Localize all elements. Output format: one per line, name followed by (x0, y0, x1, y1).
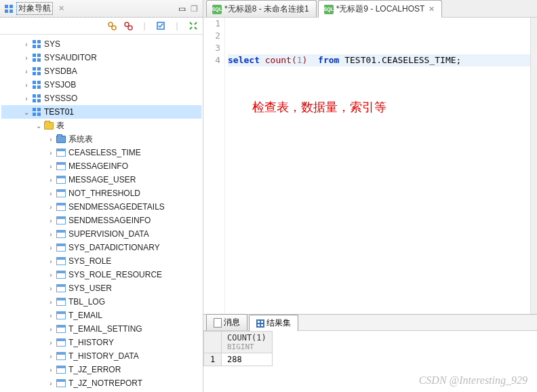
expand-icon[interactable] (188, 20, 199, 31)
svg-point-4 (108, 22, 113, 26)
table-icon (56, 310, 66, 321)
table-icon (56, 256, 66, 267)
table-node[interactable]: ›T_JZ_NOTREPORT (1, 376, 201, 390)
resultset-tab[interactable]: 结果集 (249, 315, 298, 331)
result-tabs: 消息 结果集 (203, 315, 537, 331)
table-node[interactable]: ›SYS_ROLE (1, 254, 201, 268)
chevron-right-icon[interactable]: › (22, 95, 31, 102)
folder-icon (43, 120, 54, 131)
chevron-right-icon[interactable]: › (46, 258, 56, 265)
table-icon (56, 269, 66, 280)
chevron-right-icon[interactable]: › (22, 81, 31, 89)
chevron-right-icon[interactable]: › (22, 41, 31, 48)
chevron-right-icon[interactable]: › (46, 380, 56, 387)
schema-node[interactable]: ›SYSSSO (1, 92, 201, 105)
svg-rect-14 (37, 54, 41, 57)
chevron-right-icon[interactable]: › (46, 163, 56, 170)
minimize-icon[interactable]: ▭ (177, 4, 186, 14)
table-node[interactable]: ›TBL_LOG (1, 295, 201, 309)
code-area[interactable]: select count(1) from TEST01.CEASELESS_TI… (225, 18, 537, 314)
chevron-right-icon[interactable]: › (46, 203, 56, 211)
folder-icon (56, 134, 66, 144)
sql-icon: SQL (212, 5, 222, 14)
edit-icon[interactable] (155, 20, 166, 31)
table-node[interactable]: ›SYS_ROLE_RESOURCE (1, 268, 201, 281)
chevron-down-icon[interactable]: ⌄ (22, 109, 31, 116)
table-icon (56, 283, 66, 294)
schema-node[interactable]: ›SYS (1, 37, 201, 51)
table-node[interactable]: ›T_HISTORY (1, 336, 201, 349)
chevron-right-icon[interactable]: › (46, 353, 56, 360)
chevron-right-icon[interactable]: › (46, 149, 56, 157)
chevron-right-icon[interactable]: › (22, 68, 31, 75)
chevron-right-icon[interactable]: › (46, 136, 56, 143)
table-node[interactable]: ›SYS_DATADICTIONARY (1, 241, 201, 254)
table-node[interactable]: ›CEASELESS_TIME (1, 146, 201, 159)
table-node[interactable]: ›MESSAGE_USER (1, 173, 201, 187)
table-icon (56, 188, 66, 199)
schema-node[interactable]: ›SYSJOB (1, 78, 201, 92)
object-tree[interactable]: ›SYS ›SYSAUDITOR ›SYSDBA ›SYSJOB ›SYSSSO… (0, 35, 203, 392)
svg-rect-3 (9, 9, 13, 13)
tables-group[interactable]: ⌄表 (1, 119, 201, 132)
scrollbar[interactable] (530, 18, 537, 314)
table-node[interactable]: ›SENDMESSAGEDETAILS (1, 200, 201, 214)
table-node[interactable]: ›NOT_THRESHOLD (1, 187, 201, 200)
result-grid[interactable]: COUNT(1)BIGINT 1288 (203, 331, 537, 392)
svg-rect-19 (33, 72, 36, 75)
chevron-right-icon[interactable]: › (46, 339, 56, 347)
svg-rect-29 (33, 108, 36, 111)
svg-rect-13 (33, 54, 36, 57)
close-tab-icon[interactable]: ✕ (58, 4, 64, 13)
chevron-right-icon[interactable]: › (46, 271, 56, 279)
svg-rect-21 (33, 81, 36, 84)
table-node[interactable]: ›T_JZ_ERROR (1, 363, 201, 376)
navigator-toolbar: | | (0, 18, 203, 35)
chevron-right-icon[interactable]: › (46, 244, 56, 252)
link-icon[interactable] (106, 20, 117, 31)
messages-tab[interactable]: 消息 (206, 314, 247, 330)
schema-icon (31, 106, 42, 117)
column-header[interactable]: COUNT(1)BIGINT (222, 332, 273, 353)
chevron-down-icon[interactable]: ⌄ (34, 122, 43, 130)
svg-rect-1 (9, 5, 13, 8)
table-node[interactable]: ›MESSAGEINFO (1, 159, 201, 173)
nav-icon (4, 4, 14, 14)
close-icon[interactable]: ✕ (429, 5, 435, 14)
table-icon (56, 147, 66, 158)
chevron-right-icon[interactable]: › (46, 217, 56, 224)
chevron-right-icon[interactable]: › (46, 366, 56, 374)
schema-icon (31, 66, 42, 77)
table-node[interactable]: ›SUPERVISION_DATA (1, 227, 201, 241)
svg-rect-27 (33, 99, 36, 102)
editor-tab-active[interactable]: SQL*无标题9 - LOCALHOST✕ (318, 0, 443, 18)
svg-rect-24 (37, 85, 41, 89)
schema-node-active[interactable]: ⌄TEST01 (1, 105, 201, 119)
restore-icon[interactable]: ❐ (189, 4, 199, 14)
system-tables-group[interactable]: ›系统表 (1, 132, 201, 146)
chevron-right-icon[interactable]: › (46, 176, 56, 184)
link2-icon[interactable] (123, 20, 134, 31)
chevron-right-icon[interactable]: › (46, 231, 56, 238)
chevron-right-icon[interactable]: › (46, 298, 56, 306)
schema-node[interactable]: ›SYSDBA (1, 64, 201, 78)
editor-tab[interactable]: SQL*无标题8 - 未命名连接1 (206, 0, 317, 17)
table-node[interactable]: ›SYS_USER (1, 281, 201, 295)
table-node[interactable]: ›SENDMESSAGEINFO (1, 214, 201, 227)
table-icon (56, 161, 66, 172)
table-node[interactable]: ›T_EMAIL_SETTING (1, 322, 201, 336)
chevron-right-icon[interactable]: › (46, 326, 56, 333)
table-node[interactable]: ›T_HISTORY_DATA (1, 349, 201, 363)
schema-icon (31, 52, 42, 63)
editor-tabs: SQL*无标题8 - 未命名连接1 SQL*无标题9 - LOCALHOST✕ (203, 0, 537, 18)
sql-editor[interactable]: 1 2 3 4 select count(1) from TEST01.CEAS… (203, 18, 537, 314)
result-row[interactable]: 1288 (204, 353, 273, 366)
table-node[interactable]: ›T_EMAIL (1, 309, 201, 322)
chevron-right-icon[interactable]: › (46, 190, 56, 197)
svg-rect-18 (37, 67, 41, 71)
chevron-right-icon[interactable]: › (22, 54, 31, 62)
chevron-right-icon[interactable]: › (46, 312, 56, 319)
schema-node[interactable]: ›SYSAUDITOR (1, 51, 201, 64)
svg-rect-20 (37, 72, 41, 75)
chevron-right-icon[interactable]: › (46, 285, 56, 292)
